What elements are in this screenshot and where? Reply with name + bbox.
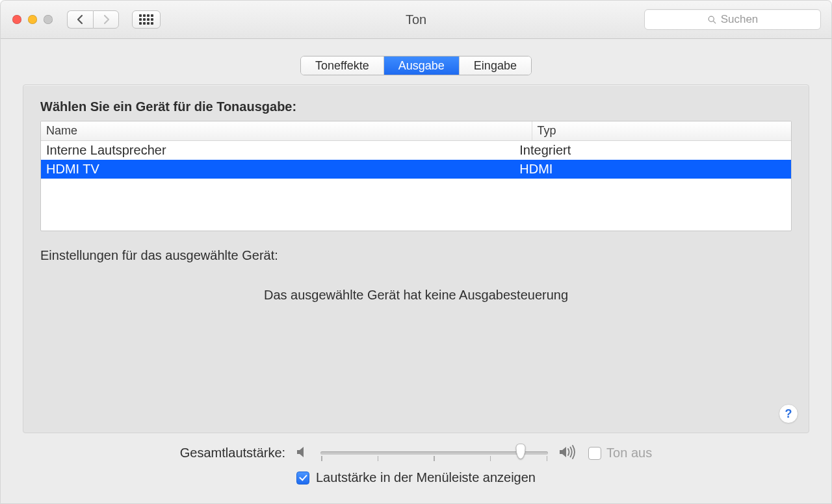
volume-row: Gesamtlautstärke: [23, 445, 809, 461]
device-type: Integriert [519, 143, 786, 158]
window-toolbar: Ton Suchen [1, 1, 831, 39]
chevron-right-icon [103, 14, 110, 25]
column-name[interactable]: Name [41, 121, 532, 140]
minimize-window-button[interactable] [28, 15, 37, 24]
back-button[interactable] [67, 10, 93, 29]
search-icon [707, 15, 717, 25]
output-device-heading: Wählen Sie ein Gerät für die Tonausgabe: [40, 99, 792, 114]
device-settings-heading: Einstellungen für das ausgewählte Gerät: [40, 248, 792, 263]
menubar-row: Lautstärke in der Menüleiste anzeigen [23, 470, 809, 485]
tab-input[interactable]: Eingabe [460, 57, 531, 75]
chevron-left-icon [77, 14, 84, 25]
help-button[interactable]: ? [779, 404, 798, 423]
sound-preferences-window: Ton Suchen Toneffekte Ausgabe Eingabe Wä… [0, 0, 832, 504]
svg-point-0 [708, 16, 714, 21]
sound-tabs: Toneffekte Ausgabe Eingabe [300, 56, 532, 75]
show-in-menubar-label: Lautstärke in der Menüleiste anzeigen [316, 470, 536, 485]
speaker-low-icon [296, 446, 310, 460]
mute-label: Ton aus [606, 446, 652, 460]
device-name: HDMI TV [46, 162, 519, 177]
close-window-button[interactable] [12, 15, 21, 24]
slider-ticks [320, 456, 548, 461]
zoom-window-button[interactable] [44, 15, 53, 24]
show-all-button[interactable] [132, 10, 161, 29]
table-row[interactable]: Interne Lautsprecher Integriert [41, 141, 791, 160]
content-area: Toneffekte Ausgabe Eingabe Wählen Sie ei… [1, 39, 831, 503]
no-output-controls-message: Das ausgewählte Gerät hat keine Ausgabes… [40, 288, 792, 303]
slider-track [320, 451, 548, 455]
window-controls [11, 15, 53, 24]
column-type[interactable]: Typ [532, 121, 791, 140]
slider-thumb[interactable] [516, 444, 526, 459]
search-field[interactable]: Suchen [644, 9, 821, 30]
tab-sound-effects[interactable]: Toneffekte [301, 57, 384, 75]
svg-line-1 [713, 21, 716, 23]
table-header: Name Typ [41, 121, 791, 141]
bottom-bar: Gesamtlautstärke: [23, 433, 809, 492]
show-in-menubar-checkbox[interactable] [296, 472, 309, 485]
output-panel: Wählen Sie ein Gerät für die Tonausgabe:… [23, 84, 809, 433]
mute-checkbox[interactable] [588, 447, 601, 460]
volume-slider[interactable] [320, 446, 548, 460]
volume-label: Gesamtlautstärke: [180, 446, 285, 460]
output-device-table: Name Typ Interne Lautsprecher Integriert… [40, 121, 792, 231]
forward-button[interactable] [93, 10, 119, 29]
device-type: HDMI [519, 162, 786, 177]
table-body: Interne Lautsprecher Integriert HDMI TV … [41, 141, 791, 231]
grid-icon [139, 14, 153, 25]
speaker-high-icon [558, 445, 578, 461]
search-placeholder: Suchen [721, 13, 759, 26]
nav-segment [67, 10, 119, 29]
device-name: Interne Lautsprecher [46, 143, 519, 158]
mute-group: Ton aus [588, 446, 652, 460]
tab-output[interactable]: Ausgabe [384, 57, 460, 75]
table-row[interactable]: HDMI TV HDMI [41, 160, 791, 179]
